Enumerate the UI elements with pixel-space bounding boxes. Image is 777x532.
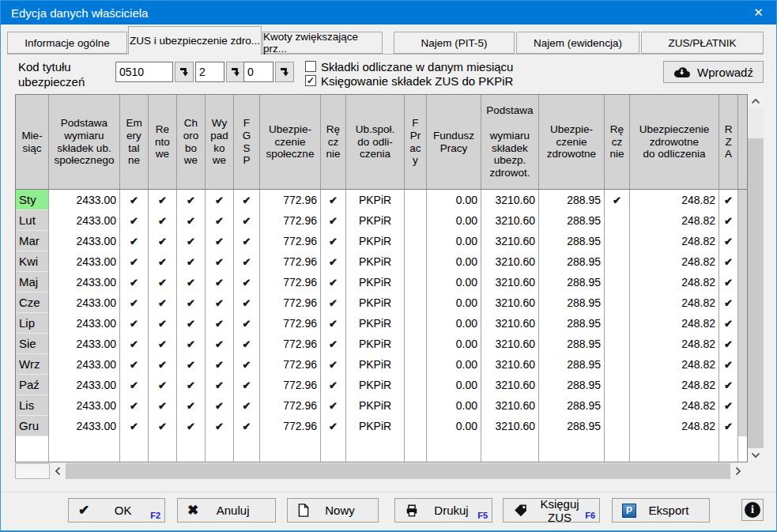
cell-miesiac[interactable]: Gru: [16, 416, 49, 436]
cell-recznie-zdrow[interactable]: [605, 375, 630, 395]
cell-ub-zdrowotne[interactable]: 288.95: [539, 416, 605, 436]
cell-fpracy[interactable]: [405, 292, 427, 313]
nowy-button[interactable]: Nowy: [287, 498, 379, 523]
cell-ub-zdrowotne[interactable]: 288.95: [539, 292, 605, 313]
cell-ub-zdrow-do-odliczenia[interactable]: 248.82: [630, 375, 719, 395]
cell-ub-spoleczne[interactable]: 772.96: [260, 395, 321, 416]
cell-ub-zdrow-do-odliczenia[interactable]: 248.82: [630, 334, 719, 354]
cell-ub-spol-do-odliczenia[interactable]: PKPiR: [346, 251, 405, 272]
wprowadz-button[interactable]: Wprowadź: [663, 61, 764, 83]
cell-emerytalne[interactable]: ✔: [120, 313, 149, 334]
cell-fgsp[interactable]: ✔: [234, 375, 260, 395]
titlebar[interactable]: Edycja danych właściciela ✕: [1, 1, 776, 25]
cell-wypadkowe-empty[interactable]: [206, 436, 234, 462]
info-button[interactable]: i: [741, 499, 764, 521]
checkbox-box-0[interactable]: [305, 61, 316, 72]
cell-rentowe-empty[interactable]: [149, 436, 177, 462]
checkbox-ksiegowanie-skladek[interactable]: ✓ Księgowanie składek ZUS do PKPiR: [305, 74, 513, 87]
cell-rentowe[interactable]: ✔: [149, 190, 177, 210]
cell-recznie-spol[interactable]: ✔: [321, 190, 346, 210]
cell-rentowe[interactable]: ✔: [149, 313, 177, 334]
table-row-paź[interactable]: Paź2433.00✔✔✔✔✔772.96✔PKPiR0.003210.6028…: [16, 375, 747, 395]
cell-ub-spoleczne[interactable]: 772.96: [260, 190, 321, 210]
cell-fgsp[interactable]: ✔: [234, 416, 260, 436]
cell-rza[interactable]: ✔: [719, 416, 738, 436]
cell-miesiac-empty[interactable]: [16, 436, 49, 462]
column-header-ub-spoleczne[interactable]: Ubezpie- czenie społeczne: [260, 95, 321, 189]
cell-recznie-zdrow[interactable]: [605, 292, 630, 313]
cell-fundusz-pracy[interactable]: 0.00: [427, 416, 481, 436]
cell-chorobowe[interactable]: ✔: [177, 210, 206, 231]
column-header-podstawa-ub-spol[interactable]: Podstawa wymiaru składek ub. społecznego: [49, 95, 120, 189]
cell-chorobowe[interactable]: ✔: [177, 395, 206, 416]
cell-ub-spol-do-odliczenia[interactable]: PKPiR: [346, 416, 405, 436]
cell-miesiac[interactable]: Lut: [16, 210, 49, 231]
column-header-fpracy[interactable]: F Pr ac y: [405, 95, 427, 189]
cell-podstawa-ub-spol[interactable]: 2433.00: [49, 190, 120, 210]
vertical-scrollbar[interactable]: [748, 94, 764, 462]
cell-wypadkowe[interactable]: ✔: [206, 334, 234, 354]
cell-miesiac[interactable]: Mar: [16, 231, 49, 251]
cell-rentowe[interactable]: ✔: [149, 354, 177, 375]
cell-chorobowe[interactable]: ✔: [177, 354, 206, 375]
checkbox-skladki-odliczane[interactable]: Składki odliczane w danym miesiącu: [305, 60, 513, 73]
cell-fpracy-empty[interactable]: [405, 436, 427, 462]
cell-fpracy[interactable]: [405, 334, 427, 354]
cell-podstawa-ub-spol[interactable]: 2433.00: [49, 272, 120, 292]
cell-emerytalne[interactable]: ✔: [120, 231, 149, 251]
cell-recznie-spol[interactable]: ✔: [321, 272, 346, 292]
scroll-left-icon[interactable]: [50, 463, 66, 479]
cell-miesiac[interactable]: Sie: [16, 334, 49, 354]
cell-emerytalne[interactable]: ✔: [120, 292, 149, 313]
horizontal-scroll-track[interactable]: [66, 463, 730, 479]
cell-recznie-spol[interactable]: ✔: [321, 416, 346, 436]
column-header-rentowe[interactable]: Re nto we: [149, 95, 177, 189]
cell-fpracy[interactable]: [405, 272, 427, 292]
cell-fundusz-pracy[interactable]: 0.00: [427, 272, 481, 292]
cell-emerytalne[interactable]: ✔: [120, 395, 149, 416]
cell-fundusz-pracy[interactable]: 0.00: [427, 395, 481, 416]
cell-podstawa-ub-zdrow[interactable]: 3210.60: [481, 210, 539, 231]
cell-rza[interactable]: ✔: [719, 375, 738, 395]
cell-miesiac[interactable]: Wrz: [16, 354, 49, 375]
cell-ub-zdrow-do-odliczenia[interactable]: 248.82: [630, 292, 719, 313]
cell-ub-spol-do-odliczenia[interactable]: PKPiR: [346, 395, 405, 416]
column-header-fundusz-pracy[interactable]: Fundusz Pracy: [427, 95, 481, 189]
cell-recznie-spol[interactable]: ✔: [321, 354, 346, 375]
cell-recznie-zdrow[interactable]: [605, 334, 630, 354]
table-row-maj[interactable]: Maj2433.00✔✔✔✔✔772.96✔PKPiR0.003210.6028…: [16, 272, 747, 292]
column-header-recznie-zdrow[interactable]: Rę cz nie: [605, 95, 630, 189]
cell-recznie-zdrow[interactable]: [605, 354, 630, 375]
cell-rentowe[interactable]: ✔: [149, 210, 177, 231]
cell-chorobowe[interactable]: ✔: [177, 231, 206, 251]
cell-rza[interactable]: ✔: [719, 231, 738, 251]
cell-miesiac[interactable]: Sty: [16, 190, 49, 210]
cell-recznie-zdrow[interactable]: [605, 231, 630, 251]
cell-podstawa-ub-zdrow[interactable]: 3210.60: [481, 292, 539, 313]
tab-zus-i-ubezpieczenie-zdrowotne[interactable]: ZUS i ubezpieczenie zdro...: [128, 26, 262, 55]
cell-wypadkowe[interactable]: ✔: [206, 313, 234, 334]
cell-fundusz-pracy[interactable]: 0.00: [427, 354, 481, 375]
cell-fpracy[interactable]: [405, 251, 427, 272]
drukuj-button[interactable]: Drukuj F5: [394, 498, 492, 523]
cell-rentowe[interactable]: ✔: [149, 251, 177, 272]
cell-fgsp-empty[interactable]: [234, 436, 260, 462]
cell-fpracy[interactable]: [405, 190, 427, 210]
cell-recznie-zdrow[interactable]: ✔: [605, 190, 630, 210]
cell-ub-zdrow-do-odliczenia[interactable]: 248.82: [630, 210, 719, 231]
cell-ub-spoleczne[interactable]: 772.96: [260, 251, 321, 272]
cell-ub-spoleczne[interactable]: 772.96: [260, 313, 321, 334]
ksieguj-zus-button[interactable]: Księguj ZUS F6: [503, 498, 600, 523]
cell-fgsp[interactable]: ✔: [234, 210, 260, 231]
cell-ub-spoleczne[interactable]: 772.96: [260, 210, 321, 231]
table-row-sty[interactable]: Sty2433.00✔✔✔✔✔772.96✔PKPiR0.003210.6028…: [16, 190, 747, 210]
cell-ub-spoleczne[interactable]: 772.96: [260, 334, 321, 354]
cell-recznie-zdrow[interactable]: [605, 210, 630, 231]
cell-ub-spol-do-odliczenia[interactable]: PKPiR: [346, 231, 405, 251]
cell-podstawa-ub-spol[interactable]: 2433.00: [49, 395, 120, 416]
cell-ub-spol-do-odliczenia[interactable]: PKPiR: [346, 354, 405, 375]
cell-podstawa-ub-spol[interactable]: 2433.00: [49, 334, 120, 354]
cell-ub-spoleczne[interactable]: 772.96: [260, 231, 321, 251]
cell-rentowe[interactable]: ✔: [149, 416, 177, 436]
tab-najem-pit5[interactable]: Najem (PIT-5): [394, 32, 515, 54]
